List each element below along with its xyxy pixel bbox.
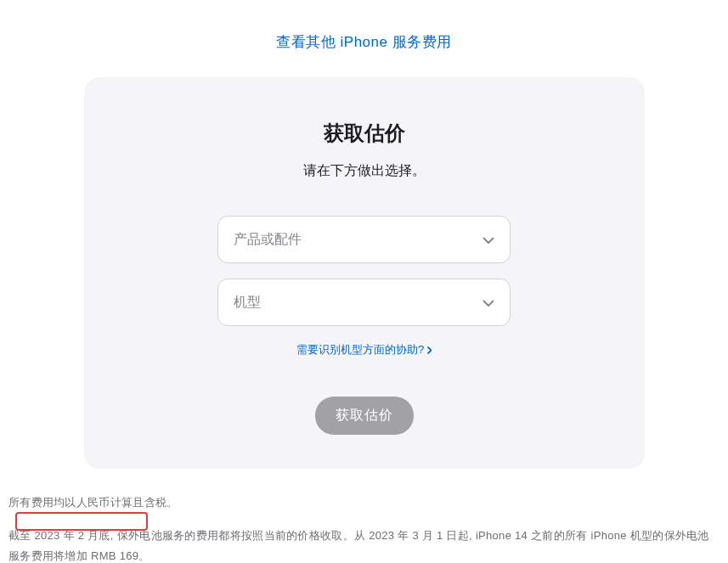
chevron-right-icon <box>427 344 432 357</box>
card-title: 获取估价 <box>118 120 611 147</box>
product-select[interactable]: 产品或配件 <box>217 216 511 263</box>
chevron-down-icon <box>483 232 494 247</box>
help-link-label: 需要识别机型方面的协助? <box>296 342 424 358</box>
model-select-placeholder: 机型 <box>234 294 261 312</box>
identify-model-help-link[interactable]: 需要识别机型方面的协助? <box>296 342 432 358</box>
product-select-placeholder: 产品或配件 <box>234 231 302 249</box>
model-select[interactable]: 机型 <box>217 279 511 326</box>
get-estimate-button[interactable]: 获取估价 <box>315 397 414 435</box>
card-subtitle: 请在下方做出选择。 <box>118 162 611 180</box>
chevron-down-icon <box>483 295 494 310</box>
estimate-card: 获取估价 请在下方做出选择。 产品或配件 机型 需要识别机型方面的协助? 获取估… <box>84 77 645 469</box>
footnotes: 所有费用均以人民币计算且含税。 截至 2023 年 2 月底, 保外电池服务的费… <box>0 493 728 563</box>
other-iphone-service-fees-link[interactable]: 查看其他 iPhone 服务费用 <box>276 34 451 50</box>
footnote-price-change: 截至 2023 年 2 月底, 保外电池服务的费用都将按照当前的价格收取。从 2… <box>8 526 720 563</box>
footnote-tax: 所有费用均以人民币计算且含税。 <box>8 493 720 514</box>
